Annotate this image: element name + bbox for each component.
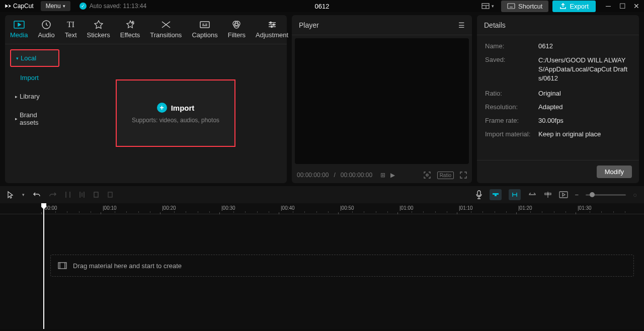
sidebar-item-library[interactable]: ▸Library — [10, 89, 59, 104]
detail-import-material-value: Keep in original place — [538, 130, 631, 138]
chevron-down-icon: ▾ — [492, 4, 494, 9]
tab-captions[interactable]: Captions — [187, 18, 222, 44]
player-title: Player — [299, 21, 319, 29]
timeline-drop-track[interactable]: Drag material here and start to create — [50, 255, 634, 277]
app-name: CapCut — [13, 3, 34, 10]
svg-point-23 — [426, 174, 428, 176]
ruler-tick: |00:20 — [162, 205, 176, 211]
cursor-tool[interactable] — [7, 191, 14, 199]
close-button[interactable]: ✕ — [633, 3, 640, 10]
ratio-button[interactable]: Ratio — [437, 172, 454, 179]
preview-button[interactable] — [559, 191, 568, 198]
mic-button[interactable] — [475, 190, 482, 199]
ruler-tick: |01:00 — [399, 205, 414, 211]
ruler-tick: |01:30 — [578, 205, 592, 211]
svg-rect-37 — [548, 193, 551, 195]
import-label: Import — [171, 104, 195, 112]
ruler-tick: |01:20 — [518, 205, 532, 211]
chevron-down-icon: ▾ — [63, 4, 65, 9]
effects-icon — [125, 20, 136, 29]
svg-point-22 — [271, 26, 272, 28]
timeline-ruler[interactable]: |00:00|00:10|00:20|00:30|00:40|00:50|01:… — [0, 203, 644, 214]
tab-adjustment[interactable]: Adjustment — [251, 18, 293, 44]
focus-icon[interactable] — [423, 171, 431, 179]
snap-button[interactable] — [509, 189, 521, 200]
magnet-button[interactable] — [490, 189, 502, 200]
maximize-button[interactable]: ☐ — [619, 3, 626, 10]
import-supports-text: Supports: videos, audios, photos — [132, 117, 219, 124]
plus-icon: + — [157, 103, 167, 113]
zoom-in-button[interactable]: ○ — [633, 191, 637, 199]
svg-rect-33 — [497, 193, 499, 195]
split-button[interactable] — [65, 191, 71, 199]
media-panel: Media Audio TI Text Stickers Effects Tra… — [5, 15, 287, 183]
align-button[interactable] — [544, 191, 552, 198]
tab-transitions[interactable]: Transitions — [145, 18, 187, 44]
detail-name-value: 0612 — [538, 42, 631, 50]
sidebar-item-local[interactable]: ▾Local — [10, 49, 59, 67]
delete-button[interactable] — [107, 191, 113, 198]
ruler-tick: |00:40 — [281, 205, 295, 211]
svg-rect-31 — [477, 191, 480, 196]
sidebar-item-brand-assets[interactable]: ▸Brand assets — [10, 107, 59, 130]
tab-text[interactable]: TI Text — [60, 18, 82, 44]
zoom-slider[interactable] — [586, 194, 626, 196]
tab-filters[interactable]: Filters — [223, 18, 251, 44]
layout-icon — [481, 3, 490, 9]
cursor-dropdown[interactable]: ▾ — [22, 192, 25, 197]
tab-effects[interactable]: Effects — [115, 18, 145, 44]
import-dropzone[interactable]: + Import Supports: videos, audios, photo… — [116, 79, 235, 147]
category-tabs: Media Audio TI Text Stickers Effects Tra… — [5, 15, 287, 44]
detail-name-label: Name: — [485, 42, 538, 50]
audio-icon — [41, 20, 52, 29]
adjustment-icon — [267, 20, 278, 29]
sidebar-item-import[interactable]: Import — [10, 70, 59, 86]
detail-saved-value: C:/Users/GOOD WILL ALWAYS/AppData/Local/… — [538, 56, 631, 84]
caret-down-icon: ▾ — [16, 56, 19, 61]
time-total: 00:00:00:00 — [341, 172, 372, 179]
player-controls: 00:00:00:00 / 00:00:00:00 ⊞ ▶ Ratio — [292, 167, 472, 183]
trim-left-button[interactable] — [79, 191, 85, 199]
play-button[interactable]: ▶ — [390, 172, 395, 179]
titlebar: CapCut Menu ▾ ✓ Auto saved: 11:13:44 061… — [0, 0, 644, 12]
svg-rect-34 — [495, 193, 497, 196]
stickers-icon — [93, 20, 104, 29]
detail-framerate-label: Frame rate: — [485, 117, 538, 124]
transitions-icon — [160, 20, 172, 29]
film-icon — [58, 262, 67, 269]
tab-media[interactable]: Media — [5, 18, 33, 44]
autosave-status: ✓ Auto saved: 11:13:44 — [79, 3, 146, 10]
layout-button[interactable]: ▾ — [478, 2, 497, 11]
svg-rect-0 — [482, 4, 489, 9]
svg-rect-3 — [508, 4, 515, 9]
hamburger-icon[interactable]: ☰ — [458, 21, 465, 29]
ruler-tick: |01:10 — [459, 205, 473, 211]
menu-button[interactable]: Menu ▾ — [41, 1, 70, 11]
minimize-button[interactable]: ─ — [605, 3, 612, 10]
timeline[interactable]: |00:00|00:10|00:20|00:30|00:40|00:50|01:… — [0, 203, 644, 329]
check-icon: ✓ — [79, 3, 87, 10]
drop-hint-text: Drag material here and start to create — [73, 262, 182, 270]
timeline-toolbar: ▾ − ○ — [0, 186, 644, 203]
trim-right-button[interactable] — [93, 191, 99, 199]
shortcut-button[interactable]: Shortcut — [501, 1, 548, 12]
zoom-out-button[interactable]: − — [575, 191, 579, 199]
link-button[interactable] — [528, 192, 537, 197]
player-viewport[interactable] — [295, 38, 469, 164]
time-current: 00:00:00:00 — [297, 172, 329, 179]
detail-resolution-label: Resolution: — [485, 103, 538, 111]
tab-stickers[interactable]: Stickers — [82, 18, 115, 44]
filters-icon — [231, 20, 242, 29]
fullscreen-icon[interactable] — [460, 172, 467, 179]
redo-button[interactable] — [49, 191, 57, 198]
keyboard-icon — [507, 3, 515, 9]
modify-button[interactable]: Modify — [597, 166, 632, 178]
svg-point-21 — [273, 24, 274, 26]
export-button[interactable]: Export — [552, 1, 596, 12]
grid-icon[interactable]: ⊞ — [380, 172, 385, 179]
svg-rect-29 — [94, 192, 98, 197]
svg-point-20 — [270, 22, 271, 24]
tab-audio[interactable]: Audio — [33, 18, 59, 44]
details-title: Details — [484, 21, 506, 29]
undo-button[interactable] — [33, 191, 41, 198]
